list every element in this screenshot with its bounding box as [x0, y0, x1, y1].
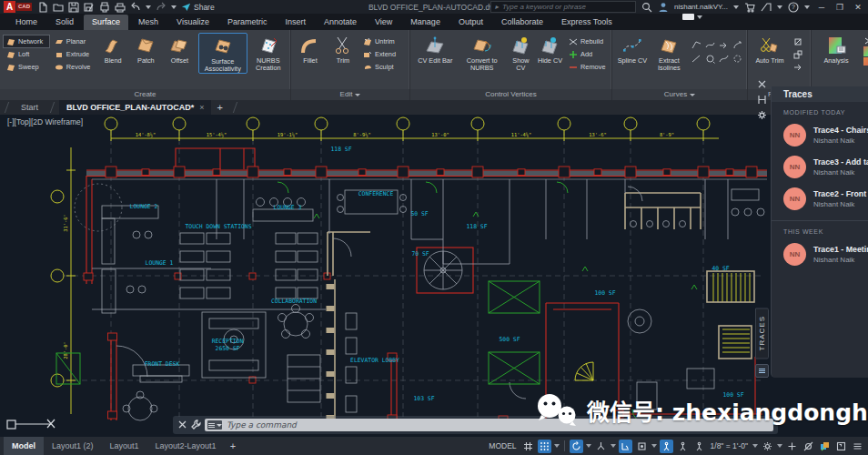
isolate-objects-icon[interactable]: [802, 440, 815, 453]
curve-tool-icon[interactable]: [731, 52, 743, 65]
curve-tool-icon[interactable]: [717, 52, 730, 65]
curve-tool-icon[interactable]: [703, 38, 716, 51]
palette-settings-gear-icon[interactable]: [757, 110, 767, 120]
edit-panel-label[interactable]: Edit: [291, 89, 409, 100]
undo-icon[interactable]: [130, 2, 141, 13]
annotation-scale-icon[interactable]: [692, 440, 706, 453]
help-caret[interactable]: [804, 5, 810, 9]
curve-tool-icon[interactable]: [731, 38, 743, 51]
ribbon-tab[interactable]: Solid: [47, 15, 82, 30]
trace-note-icon[interactable]: [755, 364, 769, 378]
trace-item[interactable]: NN Trace2 - Front D Nishant Naik: [772, 183, 868, 215]
ribbon-tab[interactable]: Insert: [277, 15, 314, 30]
curves-panel-label[interactable]: Curves: [612, 89, 747, 100]
print-icon[interactable]: [115, 2, 126, 13]
trace-item[interactable]: NN Trace1 - Meetin Nishant Naik: [772, 238, 868, 270]
app-store-cart-icon[interactable]: [744, 2, 755, 13]
sculpt-button[interactable]: Sculpt: [360, 61, 406, 73]
ribbon-tab[interactable]: Parametric: [219, 15, 276, 30]
surface-associativity-toggle[interactable]: Surface Associativity: [198, 33, 247, 74]
new-file-icon[interactable]: [37, 2, 48, 13]
isodraft-caret[interactable]: [611, 444, 616, 448]
cv-edit-bar-button[interactable]: CV Edit Bar: [414, 33, 457, 65]
open-folder-icon[interactable]: [53, 2, 64, 13]
maximize-button[interactable]: ❐: [833, 3, 846, 12]
viewport-controls[interactable]: [-][Top][2D Wireframe]: [7, 117, 83, 126]
curvature-icon[interactable]: [864, 35, 868, 46]
user-name[interactable]: nishant.naikVY...: [674, 3, 728, 11]
curve-tool-icon[interactable]: [703, 52, 716, 65]
snap-caret[interactable]: [554, 444, 560, 448]
trace-item[interactable]: NN Trace3 - Add ta Nishant Naik: [772, 151, 868, 183]
planar-button[interactable]: Planar: [52, 35, 96, 47]
traces-panel[interactable]: Traces MODIFIED TODAY NN Trace4 - Chairs…: [771, 86, 868, 378]
traces-side-tab[interactable]: TRACES: [755, 308, 769, 359]
ribbon-tab[interactable]: Collaborate: [493, 15, 551, 30]
plot-icon[interactable]: [99, 2, 110, 13]
trace-item[interactable]: NN Trace4 - Chairs Nishant Naik: [772, 119, 868, 151]
command-close-icon[interactable]: [177, 417, 187, 433]
share-button[interactable]: Share: [181, 2, 215, 12]
palette-autohide-icon[interactable]: [757, 95, 767, 105]
drawing-canvas[interactable]: [-][Top][2D Wireframe] 14: [0, 115, 868, 437]
annotation-visibility-icon[interactable]: [660, 440, 673, 453]
curve-tool-icon[interactable]: [690, 52, 702, 65]
new-drawing-tab-button[interactable]: +: [211, 100, 227, 115]
hide-cv-button[interactable]: Hide CV: [537, 33, 563, 65]
snap-mode-icon[interactable]: [538, 440, 551, 453]
ribbon-tab[interactable]: View: [367, 15, 400, 30]
redo-caret[interactable]: [171, 5, 177, 9]
graphics-performance-icon[interactable]: [818, 440, 832, 453]
create-panel-label[interactable]: Create: [0, 89, 290, 100]
help-icon[interactable]: ?: [788, 2, 799, 13]
trim-button[interactable]: Trim: [328, 33, 358, 65]
draft-analysis-icon[interactable]: [863, 57, 868, 66]
blend-button[interactable]: Blend: [98, 33, 128, 65]
minimize-button[interactable]: ─: [815, 3, 828, 12]
gear-caret[interactable]: [777, 444, 782, 448]
ribbon-tab[interactable]: Manage: [402, 15, 449, 30]
annotation-scale-value[interactable]: 1/8" = 1'-0": [709, 441, 750, 450]
autodesk-logo-icon[interactable]: [761, 2, 772, 13]
network-button[interactable]: Network: [4, 35, 49, 47]
save-icon[interactable]: [68, 2, 79, 13]
remove-button[interactable]: Remove: [566, 61, 608, 73]
search-icon[interactable]: [641, 2, 652, 13]
file-tab-active-doc[interactable]: BLVD OFFICE_PLAN-AUTOCAD* ×: [59, 100, 211, 115]
file-tab-close-icon[interactable]: ×: [199, 103, 204, 112]
search-input[interactable]: ▸ Type a keyword or phrase: [490, 1, 636, 13]
curve-tool-icon[interactable]: [690, 38, 702, 51]
status-menu-icon[interactable]: [851, 440, 864, 453]
ribbon-tab[interactable]: Surface: [84, 15, 128, 30]
palette-close-icon[interactable]: [757, 79, 767, 89]
ribbon-tab[interactable]: Annotate: [316, 15, 365, 30]
rebuild-button[interactable]: Rebuild: [566, 35, 608, 47]
extend-button[interactable]: Extend: [360, 48, 406, 60]
grid-display-icon[interactable]: [521, 440, 535, 453]
add-layout-button[interactable]: +: [225, 440, 241, 451]
nurbs-creation-toggle[interactable]: NURBS Creation: [250, 33, 288, 72]
untrim-button[interactable]: Untrim: [360, 35, 406, 47]
undo-caret[interactable]: [146, 5, 151, 9]
save-as-icon[interactable]: [84, 2, 95, 13]
ribbon-tab[interactable]: Visualize: [168, 15, 217, 30]
control-vertices-panel-label[interactable]: Control Vertices: [410, 89, 611, 100]
project-tool-icon[interactable]: [791, 35, 807, 47]
scale-caret[interactable]: [752, 444, 758, 448]
loft-button[interactable]: Loft: [4, 48, 49, 60]
revolve-button[interactable]: Revolve: [52, 61, 96, 73]
convert-to-nurbs-button[interactable]: Convert to NURBS: [459, 33, 505, 72]
isodraft-icon[interactable]: [594, 440, 608, 453]
auto-trim-button[interactable]: Auto Trim: [752, 33, 788, 65]
patch-button[interactable]: Patch: [131, 33, 161, 65]
object-snap-icon[interactable]: [635, 440, 649, 453]
redo-icon[interactable]: [156, 2, 167, 13]
layout-tab[interactable]: Model: [4, 437, 44, 455]
layout-tab[interactable]: Layout1: [102, 437, 147, 455]
ribbon-tab[interactable]: Home: [7, 15, 45, 30]
layout-tab[interactable]: Layout2-Layout1: [147, 437, 225, 455]
user-avatar-icon[interactable]: [658, 2, 669, 13]
fullscreen-icon[interactable]: [834, 440, 848, 453]
command-customize-wrench-icon[interactable]: [191, 417, 201, 433]
extrude-button[interactable]: Extrude: [52, 48, 96, 60]
